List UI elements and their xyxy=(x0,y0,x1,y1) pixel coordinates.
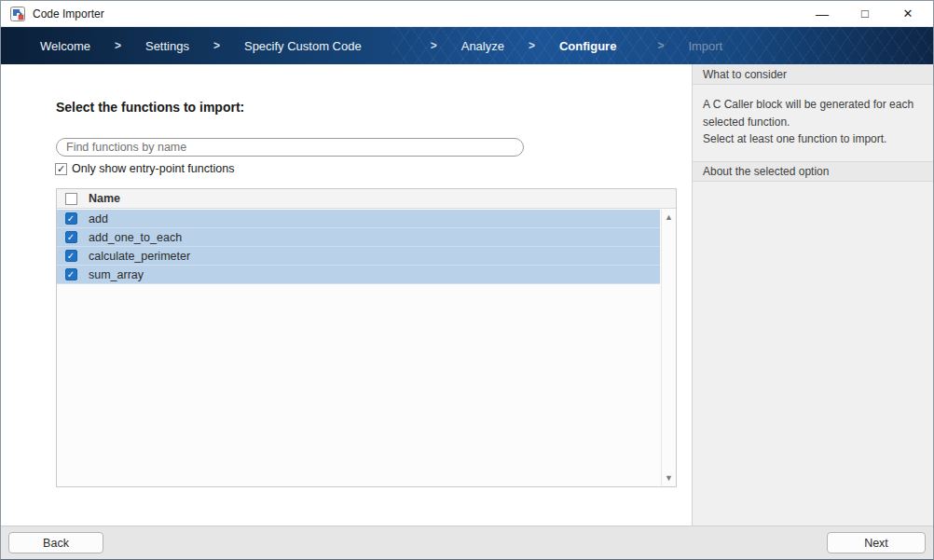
breadcrumb-step-specify-custom-code[interactable]: Specify Custom Code xyxy=(244,39,362,53)
function-name: sum_array xyxy=(85,268,144,281)
breadcrumb-step-analyze[interactable]: Analyze xyxy=(461,39,504,53)
row-checkbox-cell: ✓ xyxy=(57,250,85,262)
entry-point-filter[interactable]: ✓ Only show entry-point functions xyxy=(55,162,677,175)
main-panel: Select the functions to import: ✓ Only s… xyxy=(1,64,692,526)
function-name: calculate_perimeter xyxy=(85,250,190,263)
name-column-header[interactable]: Name xyxy=(85,192,120,205)
close-button[interactable]: ✕ xyxy=(886,1,929,26)
consider-text-line: Select at least one function to import. xyxy=(703,130,922,148)
entry-point-checkbox[interactable]: ✓ xyxy=(55,163,67,175)
next-button[interactable]: Next xyxy=(827,532,926,553)
footer-bar: Back Next xyxy=(1,526,933,559)
body: Select the functions to import: ✓ Only s… xyxy=(1,64,933,526)
function-name: add xyxy=(85,212,108,225)
table-rows: ✓add✓add_one_to_each✓calculate_perimeter… xyxy=(57,210,660,284)
about-selected-option-header: About the selected option xyxy=(693,161,933,182)
row-checkbox[interactable]: ✓ xyxy=(65,212,77,225)
scroll-up-icon[interactable]: ▲ xyxy=(665,210,673,225)
breadcrumb-separator: > xyxy=(213,39,220,52)
breadcrumb-separator: > xyxy=(529,39,535,52)
row-checkbox-cell: ✓ xyxy=(57,212,85,225)
table-row[interactable]: ✓sum_array xyxy=(57,266,660,284)
breadcrumb-step-welcome[interactable]: Welcome xyxy=(40,39,90,53)
function-name: add_one_to_each xyxy=(85,231,182,244)
code-importer-window: Code Importer — □ ✕ Welcome>Settings>Spe… xyxy=(0,0,934,560)
scroll-down-icon[interactable]: ▼ xyxy=(665,471,673,485)
maximize-button[interactable]: □ xyxy=(844,1,886,26)
row-checkbox-cell: ✓ xyxy=(57,231,85,243)
search-input[interactable] xyxy=(56,138,524,157)
about-selected-option-body xyxy=(693,182,933,526)
window-title: Code Importer xyxy=(33,7,801,20)
select-all-checkbox[interactable] xyxy=(65,193,77,205)
row-checkbox[interactable]: ✓ xyxy=(65,268,77,280)
breadcrumb-separator: > xyxy=(431,39,437,52)
window-controls: — □ ✕ xyxy=(801,1,933,26)
table-row[interactable]: ✓add_one_to_each xyxy=(57,228,660,247)
page-title: Select the functions to import: xyxy=(56,100,677,115)
breadcrumb-step-import[interactable]: Import xyxy=(688,39,722,53)
table-header-row: Name xyxy=(57,189,676,209)
table-row[interactable]: ✓add xyxy=(57,210,660,228)
breadcrumb-step-settings[interactable]: Settings xyxy=(145,39,189,53)
help-sidebar: What to consider A C Caller block will b… xyxy=(692,64,933,526)
functions-table: Name ✓add✓add_one_to_each✓calculate_peri… xyxy=(56,188,677,487)
breadcrumb-step-configure[interactable]: Configure xyxy=(559,39,616,53)
breadcrumb-separator: > xyxy=(115,39,121,52)
breadcrumb-separator: > xyxy=(657,39,664,52)
row-checkbox[interactable]: ✓ xyxy=(65,250,77,262)
minimize-button[interactable]: — xyxy=(801,1,844,26)
entry-point-checkbox-label: Only show entry-point functions xyxy=(72,162,234,175)
back-button[interactable]: Back xyxy=(8,532,103,553)
select-all-cell xyxy=(57,193,85,205)
consider-text-line: A C Caller block will be generated for e… xyxy=(703,96,922,130)
simulink-app-icon xyxy=(10,7,25,21)
wizard-breadcrumb: Welcome>Settings>Specify Custom Code>Ana… xyxy=(1,27,933,64)
row-checkbox-cell: ✓ xyxy=(57,268,85,280)
title-bar: Code Importer — □ ✕ xyxy=(1,1,933,27)
what-to-consider-body: A C Caller block will be generated for e… xyxy=(693,85,933,161)
what-to-consider-header: What to consider xyxy=(693,64,933,85)
table-row[interactable]: ✓calculate_perimeter xyxy=(57,247,660,266)
table-scrollbar[interactable]: ▲ ▼ xyxy=(661,210,676,485)
row-checkbox[interactable]: ✓ xyxy=(65,231,77,243)
